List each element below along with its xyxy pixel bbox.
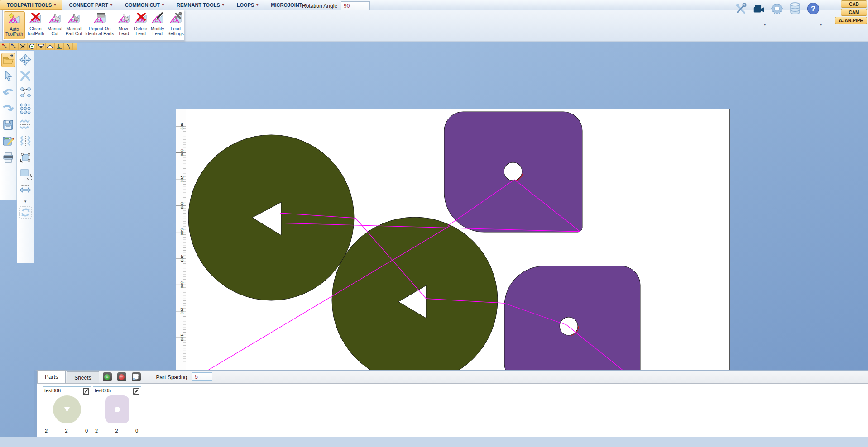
menu-item-toolpath-tools[interactable]: TOOLPATH TOOLS▾: [0, 0, 62, 10]
snap-perpendicular-icon[interactable]: [55, 43, 64, 50]
help-icon[interactable]: ?: [807, 2, 820, 15]
part-card-test005[interactable]: test005 220: [93, 386, 141, 434]
sheet-drawing-area[interactable]: [186, 109, 729, 383]
modify-lead-button[interactable]: ModifyLead: [149, 11, 166, 39]
button-label: CleanToolPath: [27, 26, 44, 36]
hand2-icon: [67, 12, 81, 26]
tab-parts[interactable]: Parts: [37, 370, 66, 383]
remove-part-button[interactable]: −: [117, 372, 126, 381]
toolpath-tools-panel: AutoToolPath CleanToolPath ManualCut Man…: [2, 10, 184, 41]
part-counts: 220: [43, 428, 91, 433]
menu-item-label: TOOLPATH TOOLS: [7, 2, 52, 8]
transform-handles-button[interactable]: [19, 151, 33, 165]
redo-button[interactable]: [1, 102, 15, 116]
menu-item-label: MICROJOINT: [271, 2, 302, 8]
refresh-button[interactable]: [19, 205, 33, 219]
tools-icon[interactable]: [734, 2, 747, 15]
array-grid-icon: [19, 103, 32, 115]
more-tools-dropdown-icon[interactable]: ▾: [24, 200, 27, 203]
vertical-ruler: 900800700600500400300200100: [176, 109, 186, 383]
nesting-sheet[interactable]: 900800700600500400300200100 100200300400…: [176, 109, 730, 392]
clean-toolpath-button[interactable]: CleanToolPath: [25, 11, 46, 39]
manual-part-cut-button[interactable]: ManualPart Cut: [64, 11, 84, 39]
clean-icon: [29, 12, 42, 26]
tab-sheets[interactable]: Sheets: [67, 371, 99, 383]
mirror-vertical-button[interactable]: [19, 134, 33, 148]
svg-text:200: 200: [180, 308, 184, 314]
select-cursor-button[interactable]: [1, 69, 15, 83]
help-dropdown-icon[interactable]: ▾: [820, 22, 822, 27]
svg-text:900: 900: [180, 123, 184, 129]
delete-icon: [19, 70, 32, 82]
repeat-icon: [93, 12, 106, 26]
delete-lead-button[interactable]: DeleteLead: [133, 11, 149, 39]
camera-icon[interactable]: [753, 2, 765, 15]
repeat-on-identical-parts-button[interactable]: Repeat OnIdentical Parts: [84, 11, 115, 39]
snap-nearest-icon[interactable]: [46, 43, 55, 50]
svg-text:300: 300: [180, 281, 184, 288]
save-edit-button[interactable]: [1, 134, 15, 148]
move-button[interactable]: [19, 53, 33, 67]
part-card-test006[interactable]: test006 220: [43, 386, 91, 434]
open-file-icon: [2, 54, 14, 66]
lead-settings-button[interactable]: LeadSettings: [166, 11, 185, 39]
chevron-down-icon: ▾: [110, 3, 112, 7]
move-lead-button[interactable]: MoveLead: [116, 11, 132, 39]
mode-button-cad[interactable]: CAD: [841, 0, 867, 8]
menu-item-remnant-tools[interactable]: REMNANT TOOLS▾: [170, 0, 230, 10]
quick-access-icons: ?: [734, 2, 820, 15]
snap-quadrant-icon[interactable]: [37, 43, 46, 50]
camera-dropdown-icon[interactable]: ▾: [764, 22, 766, 27]
part-preview: [93, 393, 141, 426]
database-icon[interactable]: [789, 2, 801, 15]
refresh-icon: [19, 206, 32, 219]
stretch-button[interactable]: [19, 183, 33, 197]
fit-selection-button[interactable]: [132, 372, 141, 381]
snap-endpoint-red-icon[interactable]: [0, 43, 10, 50]
select-cursor-icon: [2, 70, 14, 82]
move-copy-icon: [19, 86, 32, 99]
rotate-button[interactable]: [19, 167, 33, 181]
menu-item-label: CONNECT PART: [69, 2, 108, 8]
part-card-list: test006 220 test005 220: [43, 386, 141, 434]
button-label: ModifyLead: [151, 26, 164, 36]
rotate-icon: [19, 168, 32, 180]
button-label: AutoToolPath: [5, 27, 23, 37]
array-grid-button[interactable]: [19, 102, 33, 116]
add-part-button[interactable]: +: [103, 372, 112, 381]
settings-gear-icon[interactable]: [771, 2, 783, 15]
snap-intersection-icon[interactable]: [19, 43, 28, 50]
button-label: ManualCut: [48, 26, 62, 36]
redo-icon: [2, 103, 14, 115]
button-label: LeadSettings: [168, 26, 184, 36]
manual-cut-button[interactable]: ManualCut: [46, 11, 64, 39]
menu-item-loops[interactable]: LOOPS▾: [230, 0, 265, 10]
menu-item-connect-part[interactable]: CONNECT PART▾: [62, 0, 119, 10]
mode-button-cam[interactable]: CAM: [841, 9, 867, 16]
snap-tangent-icon[interactable]: [64, 43, 73, 50]
chevron-down-icon: ▾: [256, 3, 258, 7]
save-button[interactable]: [1, 118, 15, 132]
snap-endpoint-blue-icon[interactable]: [10, 43, 19, 50]
svg-text:100: 100: [180, 334, 184, 341]
hand-icon: [48, 12, 62, 26]
svg-text:800: 800: [180, 149, 184, 156]
undo-button[interactable]: [1, 86, 15, 100]
move-copy-button[interactable]: [19, 86, 33, 100]
rotation-angle-input[interactable]: [341, 1, 370, 10]
svg-text:700: 700: [180, 176, 184, 182]
mirror-horizontal-button[interactable]: [19, 118, 33, 132]
open-file-button[interactable]: [1, 53, 15, 67]
svg-text:?: ?: [811, 5, 815, 13]
auto-icon: [7, 13, 21, 27]
delete-button[interactable]: [19, 69, 33, 83]
snap-center-icon[interactable]: [28, 43, 37, 50]
undo-icon: [2, 86, 14, 99]
button-label: ManualPart Cut: [66, 26, 82, 36]
part-spacing-input[interactable]: [192, 372, 212, 381]
menu-item-common-cut[interactable]: COMMON CUT▾: [119, 0, 170, 10]
mode-button-ajan-pipe[interactable]: AJAN-PIPE: [835, 17, 867, 24]
chevron-down-icon: ▾: [222, 3, 224, 7]
auto-toolpath-button[interactable]: AutoToolPath: [4, 11, 25, 39]
print-button[interactable]: [1, 151, 15, 165]
